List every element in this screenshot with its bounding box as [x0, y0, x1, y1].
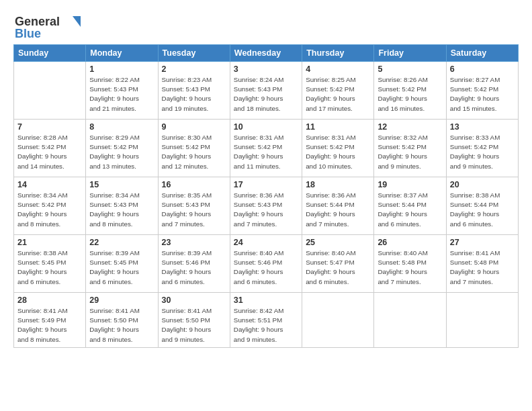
calendar-cell: 24Sunrise: 8:40 AMSunset: 5:46 PMDayligh… [230, 235, 302, 293]
calendar-cell [302, 293, 374, 348]
calendar-cell: 2Sunrise: 8:23 AMSunset: 5:43 PMDaylight… [158, 62, 230, 120]
calendar-cell [446, 293, 518, 348]
day-number: 18 [306, 180, 370, 189]
calendar-cell: 26Sunrise: 8:40 AMSunset: 5:48 PMDayligh… [374, 235, 446, 293]
day-info: Sunrise: 8:22 AMSunset: 5:43 PMDaylight:… [89, 75, 154, 113]
day-number: 5 [378, 64, 442, 74]
day-number: 21 [17, 238, 82, 247]
day-number: 23 [162, 238, 226, 247]
calendar-cell: 27Sunrise: 8:41 AMSunset: 5:48 PMDayligh… [446, 235, 518, 293]
weekday-header-sunday: Sunday [14, 45, 86, 62]
calendar-cell [14, 62, 86, 120]
day-info: Sunrise: 8:31 AMSunset: 5:42 PMDaylight:… [234, 133, 298, 171]
week-row-3: 14Sunrise: 8:34 AMSunset: 5:42 PMDayligh… [14, 177, 519, 235]
day-number: 20 [450, 180, 515, 189]
day-info: Sunrise: 8:27 AMSunset: 5:42 PMDaylight:… [450, 75, 515, 113]
day-number: 4 [306, 64, 370, 74]
day-info: Sunrise: 8:31 AMSunset: 5:42 PMDaylight:… [306, 133, 370, 171]
calendar-cell: 22Sunrise: 8:39 AMSunset: 5:45 PMDayligh… [86, 235, 158, 293]
day-number: 7 [17, 122, 82, 132]
day-number: 13 [450, 122, 515, 132]
svg-text:General: General [15, 15, 60, 28]
calendar-cell: 29Sunrise: 8:41 AMSunset: 5:50 PMDayligh… [86, 293, 158, 348]
svg-marker-2 [73, 16, 81, 27]
day-number: 31 [234, 295, 298, 305]
day-info: Sunrise: 8:25 AMSunset: 5:42 PMDaylight:… [306, 75, 370, 113]
calendar-cell: 30Sunrise: 8:41 AMSunset: 5:50 PMDayligh… [158, 293, 230, 348]
calendar-cell: 15Sunrise: 8:34 AMSunset: 5:43 PMDayligh… [86, 177, 158, 235]
calendar-cell: 17Sunrise: 8:36 AMSunset: 5:43 PMDayligh… [230, 177, 302, 235]
day-number: 16 [162, 180, 226, 189]
day-info: Sunrise: 8:41 AMSunset: 5:49 PMDaylight:… [17, 306, 82, 345]
calendar-cell: 5Sunrise: 8:26 AMSunset: 5:42 PMDaylight… [374, 62, 446, 120]
day-number: 25 [306, 238, 370, 247]
calendar-cell: 4Sunrise: 8:25 AMSunset: 5:42 PMDaylight… [302, 62, 374, 120]
day-number: 3 [234, 64, 298, 74]
day-number: 6 [450, 64, 515, 74]
page: General Blue SundayMondayTuesdayWednesda… [0, 0, 532, 411]
day-number: 24 [234, 238, 298, 247]
calendar-cell: 31Sunrise: 8:42 AMSunset: 5:51 PMDayligh… [230, 293, 302, 348]
logo: General Blue [13, 12, 87, 40]
day-info: Sunrise: 8:39 AMSunset: 5:46 PMDaylight:… [162, 248, 226, 287]
svg-text:Blue: Blue [15, 27, 41, 40]
weekday-header-monday: Monday [86, 45, 158, 62]
header: General Blue [13, 12, 519, 40]
day-number: 30 [162, 295, 226, 305]
calendar-cell: 20Sunrise: 8:38 AMSunset: 5:44 PMDayligh… [446, 177, 518, 235]
day-info: Sunrise: 8:40 AMSunset: 5:48 PMDaylight:… [378, 248, 442, 287]
day-number: 19 [378, 180, 442, 189]
weekday-header-wednesday: Wednesday [230, 45, 302, 62]
day-number: 29 [89, 295, 154, 305]
day-number: 10 [234, 122, 298, 132]
day-number: 12 [378, 122, 442, 132]
day-number: 8 [89, 122, 154, 132]
day-info: Sunrise: 8:36 AMSunset: 5:43 PMDaylight:… [234, 191, 298, 229]
day-info: Sunrise: 8:24 AMSunset: 5:43 PMDaylight:… [234, 75, 298, 113]
calendar-cell: 11Sunrise: 8:31 AMSunset: 5:42 PMDayligh… [302, 120, 374, 177]
day-number: 28 [17, 295, 82, 305]
day-number: 22 [89, 238, 154, 247]
day-number: 2 [162, 64, 226, 74]
calendar-cell: 8Sunrise: 8:29 AMSunset: 5:42 PMDaylight… [86, 120, 158, 177]
calendar-cell: 12Sunrise: 8:32 AMSunset: 5:42 PMDayligh… [374, 120, 446, 177]
day-info: Sunrise: 8:41 AMSunset: 5:50 PMDaylight:… [89, 306, 154, 345]
day-info: Sunrise: 8:40 AMSunset: 5:46 PMDaylight:… [234, 248, 298, 287]
calendar-cell: 3Sunrise: 8:24 AMSunset: 5:43 PMDaylight… [230, 62, 302, 120]
week-row-1: 1Sunrise: 8:22 AMSunset: 5:43 PMDaylight… [14, 62, 519, 120]
calendar-cell: 19Sunrise: 8:37 AMSunset: 5:44 PMDayligh… [374, 177, 446, 235]
calendar-cell: 25Sunrise: 8:40 AMSunset: 5:47 PMDayligh… [302, 235, 374, 293]
day-number: 15 [89, 180, 154, 189]
day-info: Sunrise: 8:42 AMSunset: 5:51 PMDaylight:… [234, 306, 298, 345]
day-info: Sunrise: 8:38 AMSunset: 5:44 PMDaylight:… [450, 191, 515, 229]
calendar-cell: 1Sunrise: 8:22 AMSunset: 5:43 PMDaylight… [86, 62, 158, 120]
calendar-cell [374, 293, 446, 348]
week-row-4: 21Sunrise: 8:38 AMSunset: 5:45 PMDayligh… [14, 235, 519, 293]
day-info: Sunrise: 8:41 AMSunset: 5:50 PMDaylight:… [162, 306, 226, 345]
weekday-header-tuesday: Tuesday [158, 45, 230, 62]
calendar-cell: 28Sunrise: 8:41 AMSunset: 5:49 PMDayligh… [14, 293, 86, 348]
day-info: Sunrise: 8:32 AMSunset: 5:42 PMDaylight:… [378, 133, 442, 171]
day-number: 11 [306, 122, 370, 132]
weekday-header-saturday: Saturday [446, 45, 518, 62]
day-info: Sunrise: 8:28 AMSunset: 5:42 PMDaylight:… [17, 133, 82, 171]
day-info: Sunrise: 8:40 AMSunset: 5:47 PMDaylight:… [306, 248, 370, 287]
day-number: 9 [162, 122, 226, 132]
day-info: Sunrise: 8:38 AMSunset: 5:45 PMDaylight:… [17, 248, 82, 287]
calendar-cell: 9Sunrise: 8:30 AMSunset: 5:42 PMDaylight… [158, 120, 230, 177]
day-number: 27 [450, 238, 515, 247]
day-info: Sunrise: 8:39 AMSunset: 5:45 PMDaylight:… [89, 248, 154, 287]
day-info: Sunrise: 8:29 AMSunset: 5:42 PMDaylight:… [89, 133, 154, 171]
day-number: 1 [89, 64, 154, 74]
week-row-2: 7Sunrise: 8:28 AMSunset: 5:42 PMDaylight… [14, 120, 519, 177]
day-info: Sunrise: 8:26 AMSunset: 5:42 PMDaylight:… [378, 75, 442, 113]
calendar-cell: 13Sunrise: 8:33 AMSunset: 5:42 PMDayligh… [446, 120, 518, 177]
weekday-header-friday: Friday [374, 45, 446, 62]
day-info: Sunrise: 8:41 AMSunset: 5:48 PMDaylight:… [450, 248, 515, 287]
calendar-cell: 23Sunrise: 8:39 AMSunset: 5:46 PMDayligh… [158, 235, 230, 293]
calendar-cell: 6Sunrise: 8:27 AMSunset: 5:42 PMDaylight… [446, 62, 518, 120]
day-info: Sunrise: 8:30 AMSunset: 5:42 PMDaylight:… [162, 133, 226, 171]
day-number: 17 [234, 180, 298, 189]
calendar: SundayMondayTuesdayWednesdayThursdayFrid… [13, 44, 519, 348]
weekday-header-thursday: Thursday [302, 45, 374, 62]
